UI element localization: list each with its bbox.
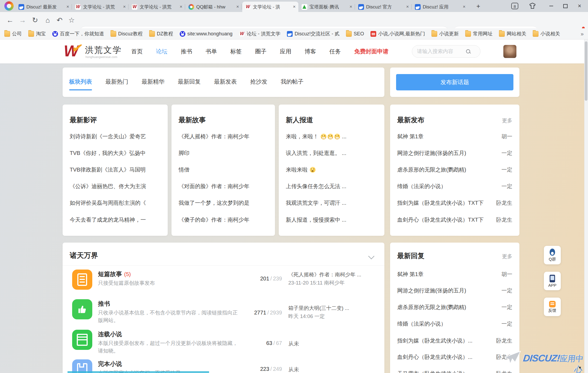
new-topic-button[interactable]: 发布新话题	[396, 74, 513, 90]
board-name[interactable]: 短篇故事(5)	[98, 270, 131, 278]
tab-close-icon[interactable]: ×	[463, 4, 465, 10]
tab-latest-replies[interactable]: 最新回复	[178, 78, 201, 85]
reply-row[interactable]: 虐杀原形的无限之旅(鹦鹉精)一定	[397, 304, 512, 311]
discuz-watermark[interactable]: DISCUZ!应用中心 addon.dismall.com	[517, 353, 584, 373]
app-download-button[interactable]: APP	[544, 272, 561, 290]
nav-circles[interactable]: 圈子	[255, 48, 267, 55]
tab-close-icon[interactable]: ×	[66, 4, 69, 10]
list-item[interactable]: 上传头像任务怎么无法 ...	[286, 183, 377, 190]
reply-row[interactable]: 血剑丹心（卧龙生武侠小说）...卧龙生	[397, 353, 512, 361]
nav-tags[interactable]: 标签	[230, 48, 242, 55]
finished-novel-board-icon[interactable]	[72, 359, 92, 373]
list-item[interactable]: TVB《你好，我的大夫》弘扬中	[70, 149, 161, 157]
nav-book-list[interactable]: 书单	[206, 48, 217, 55]
browser-logo-icon[interactable]	[4, 1, 14, 11]
browser-tab-7[interactable]: Discuz! 官方 ×	[356, 2, 412, 12]
nav-forum-active[interactable]: 论坛	[156, 48, 167, 55]
bookmark-item[interactable]: DZ教程	[149, 30, 173, 37]
bookmark-item[interactable]: Discuz教程	[111, 30, 143, 37]
board-last-post[interactable]: 箱子里的大明(三十二变) ...昨天 14:06 一定	[288, 304, 378, 320]
watermark-caret-icon[interactable]: ▼	[578, 366, 582, 370]
post-row[interactable]: 弑神 第1章胡一	[397, 133, 512, 140]
nav-tasks[interactable]: 任务	[329, 48, 341, 55]
tab-count-badge[interactable]: 8	[511, 3, 518, 9]
list-item[interactable]: 《对面的脸》作者：南柯少年	[179, 183, 268, 190]
bookmark-item[interactable]: 常用网址	[465, 30, 492, 37]
site-search-input[interactable]	[416, 48, 464, 55]
back-icon[interactable]: ←	[5, 15, 15, 25]
list-item[interactable]: 《公诉》迪丽热巴、佟大为主演	[70, 183, 161, 190]
list-item[interactable]: 我观洪荒文学，可谓汗 ...	[286, 199, 377, 207]
post-row[interactable]: 虐杀原形的无限之旅(鹦鹉精)一定	[397, 166, 512, 174]
board-name[interactable]: 推书	[98, 300, 110, 308]
bookmark-item[interactable]: site:www.honghuang	[180, 31, 232, 37]
tab-grab-sofa[interactable]: 抢沙发	[250, 78, 267, 85]
tab-board-list-active[interactable]: 板块列表	[69, 78, 92, 85]
browser-tab-3[interactable]: 文学论坛 - 洪荒 ×	[129, 2, 185, 12]
list-item[interactable]: 来啦来啦	[286, 166, 377, 174]
bookmark-item[interactable]: Discuz!交流社区 - 贰	[287, 30, 339, 37]
restore-button[interactable]	[559, 0, 572, 12]
reply-row-partial[interactable]: 天马霜衣（卧龙生武侠小说）卧龙生	[397, 370, 512, 373]
tab-close-icon[interactable]: ×	[350, 4, 352, 10]
category-title[interactable]: 诸天万界	[70, 251, 98, 260]
new-tab-button[interactable]: +	[474, 2, 483, 10]
tab-latest-posts[interactable]: 最新发表	[214, 78, 237, 85]
close-window-button[interactable]: ×	[573, 0, 586, 12]
bookmark-item[interactable]: 小说,小说网,最新热门	[370, 30, 425, 37]
tab-latest-hot[interactable]: 最新热门	[105, 78, 128, 85]
list-item[interactable]: 情僧	[179, 166, 268, 174]
post-row[interactable]: 血剑丹心（卧龙生武侠小说）TXT下卧龙生	[397, 216, 512, 224]
browser-skin-icon[interactable]	[529, 3, 536, 10]
bookmark-item[interactable]: 网站相关	[499, 30, 526, 37]
browser-tab-6[interactable]: 宝塔面板·腾讯 ×	[299, 2, 355, 12]
board-name[interactable]: 完本小说	[98, 360, 122, 368]
reply-row[interactable]: 弑神 第1章胡一	[397, 271, 512, 278]
board-last-post[interactable]: 《死人摇椅》作者：南柯少年 ...23-11-20 15:11 南柯少年	[288, 271, 378, 287]
board-name[interactable]: 连载小说	[98, 330, 122, 338]
more-link[interactable]: 更多	[502, 117, 512, 124]
list-item[interactable]: 来啦，来啦！ ...	[286, 133, 377, 140]
more-link[interactable]: 更多	[502, 253, 512, 260]
reply-row[interactable]: 网游之倒行逆施(张扬的五月)一定	[397, 287, 512, 295]
list-item[interactable]: 我做了一个梦，这次梦到的是	[179, 199, 268, 207]
home-icon[interactable]: ⌂	[42, 15, 53, 25]
tab-close-icon[interactable]: ×	[406, 4, 409, 10]
post-row[interactable]: 缔婚（法采的小说）一定	[397, 183, 512, 190]
tab-close-icon[interactable]: ×	[123, 4, 126, 10]
list-item[interactable]: 新人报道，慢慢摸索中 ...	[286, 216, 377, 224]
search-icon[interactable]	[466, 49, 471, 54]
list-item[interactable]: 刘诗诗新剧《一念关山》爱奇艺	[70, 133, 161, 140]
bookmark-item[interactable]: 小说相关	[533, 30, 560, 37]
post-row[interactable]: 指剑为媒（卧龙生武侠小说）TXT下卧龙生	[397, 199, 512, 207]
browser-tab-8[interactable]: Discuz! 应用 ×	[412, 2, 468, 12]
forward-icon[interactable]: →	[17, 15, 28, 25]
bookmark-item[interactable]: 淘宝	[28, 30, 46, 37]
list-item[interactable]: 如何评价吴磊与周雨彤主演的《	[70, 199, 161, 207]
tab-my-posts[interactable]: 我的帖子	[281, 78, 304, 85]
undo-icon[interactable]: ↶	[54, 15, 65, 25]
bookmark-item[interactable]: 百度一下，你就知道	[52, 30, 104, 37]
reload-icon[interactable]: ↻	[30, 15, 40, 25]
qq-group-button[interactable]: Q群	[544, 246, 561, 264]
favorites-icon[interactable]: ☆	[66, 15, 77, 25]
reply-row[interactable]: 指剑为媒（卧龙生武侠小说）...卧龙生	[397, 337, 512, 345]
tab-close-icon[interactable]: ×	[236, 4, 239, 10]
short-stories-board-icon[interactable]	[72, 270, 92, 290]
push-books-board-icon[interactable]	[72, 299, 92, 319]
minimize-button[interactable]	[545, 0, 558, 12]
browser-tab-5-active[interactable]: 文学论坛 - 洪 ×	[242, 2, 298, 12]
list-item[interactable]: TVB律政新剧《法言人》马国明	[70, 166, 161, 174]
list-item[interactable]: 《傻子的命》作者：南柯少年	[179, 216, 268, 224]
feedback-button[interactable]: 反馈	[544, 298, 561, 316]
bookmarks-overflow-chevron[interactable]: »	[581, 31, 584, 37]
tab-close-icon[interactable]: ×	[180, 4, 182, 10]
list-item[interactable]: 今天去看了成龙的龙马精神，一	[70, 216, 161, 224]
serial-novel-board-icon[interactable]	[72, 330, 92, 350]
nav-free-cover[interactable]: 免费封面申请	[354, 48, 388, 55]
post-row[interactable]: 网游之倒行逆施(张扬的五月)一定	[397, 149, 512, 157]
bookmark-item[interactable]: 公司	[4, 30, 22, 37]
collapse-chevron-icon[interactable]	[368, 253, 375, 259]
bookmark-item[interactable]: SEO	[346, 31, 364, 37]
tab-close-icon[interactable]: ×	[293, 4, 296, 10]
